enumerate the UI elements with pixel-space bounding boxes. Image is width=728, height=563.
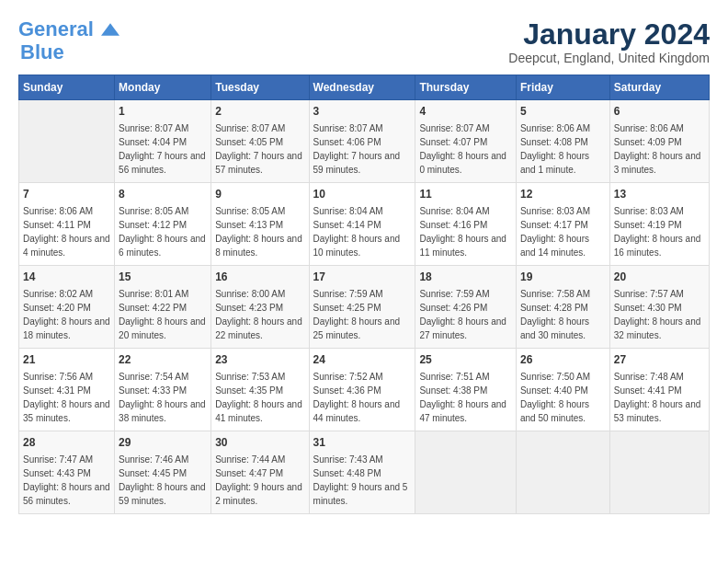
- svg-marker-0: [101, 24, 119, 36]
- calendar-cell: 31 Sunrise: 7:43 AM Sunset: 4:48 PM Dayl…: [309, 431, 415, 514]
- calendar-cell: 1 Sunrise: 8:07 AM Sunset: 4:04 PM Dayli…: [115, 100, 211, 183]
- calendar-cell: 13 Sunrise: 8:03 AM Sunset: 4:19 PM Dayl…: [609, 183, 709, 266]
- calendar-cell: 5 Sunrise: 8:06 AM Sunset: 4:08 PM Dayli…: [516, 100, 609, 183]
- day-info: Sunrise: 8:07 AM Sunset: 4:04 PM Dayligh…: [119, 121, 207, 177]
- day-number: 7: [23, 187, 110, 202]
- weekday-header-monday: Monday: [115, 75, 211, 100]
- calendar-cell: 3 Sunrise: 8:07 AM Sunset: 4:06 PM Dayli…: [309, 100, 415, 183]
- calendar-cell: 9 Sunrise: 8:05 AM Sunset: 4:13 PM Dayli…: [211, 183, 309, 266]
- day-info: Sunrise: 8:06 AM Sunset: 4:11 PM Dayligh…: [23, 204, 110, 259]
- day-number: 13: [614, 187, 705, 202]
- title-section: January 2024 Deepcut, England, United Ki…: [508, 18, 710, 65]
- weekday-header-tuesday: Tuesday: [211, 75, 309, 100]
- logo-blue: Blue: [20, 40, 64, 63]
- calendar-cell: 17 Sunrise: 7:59 AM Sunset: 4:25 PM Dayl…: [309, 266, 415, 349]
- day-info: Sunrise: 7:44 AM Sunset: 4:47 PM Dayligh…: [215, 453, 304, 508]
- day-number: 18: [419, 270, 512, 285]
- calendar-cell: 26 Sunrise: 7:50 AM Sunset: 4:40 PM Dayl…: [516, 349, 609, 431]
- day-info: Sunrise: 8:04 AM Sunset: 4:14 PM Dayligh…: [313, 204, 412, 259]
- day-number: 16: [215, 270, 304, 285]
- day-info: Sunrise: 8:06 AM Sunset: 4:09 PM Dayligh…: [614, 121, 705, 177]
- day-info: Sunrise: 8:00 AM Sunset: 4:23 PM Dayligh…: [215, 287, 304, 342]
- page-header: General Blue January 2024 Deepcut, Engla…: [18, 18, 710, 65]
- day-info: Sunrise: 7:54 AM Sunset: 4:33 PM Dayligh…: [119, 370, 207, 425]
- calendar-cell: 27 Sunrise: 7:48 AM Sunset: 4:41 PM Dayl…: [609, 349, 709, 431]
- weekday-header-wednesday: Wednesday: [309, 75, 415, 100]
- calendar-cell: 18 Sunrise: 7:59 AM Sunset: 4:26 PM Dayl…: [415, 266, 517, 349]
- calendar-cell: 16 Sunrise: 8:00 AM Sunset: 4:23 PM Dayl…: [211, 266, 309, 349]
- weekday-header-sunday: Sunday: [19, 75, 115, 100]
- day-number: 12: [520, 187, 606, 202]
- calendar-cell: 25 Sunrise: 7:51 AM Sunset: 4:38 PM Dayl…: [415, 349, 517, 431]
- day-number: 27: [614, 352, 705, 368]
- calendar-cell: 2 Sunrise: 8:07 AM Sunset: 4:05 PM Dayli…: [211, 100, 309, 183]
- calendar-cell: 24 Sunrise: 7:52 AM Sunset: 4:36 PM Dayl…: [309, 349, 415, 431]
- day-number: 20: [614, 270, 705, 285]
- day-number: 6: [614, 104, 705, 120]
- calendar-cell: 15 Sunrise: 8:01 AM Sunset: 4:22 PM Dayl…: [115, 266, 211, 349]
- day-number: 31: [313, 435, 412, 451]
- calendar-cell: [415, 431, 517, 514]
- day-number: 9: [215, 187, 304, 202]
- month-title: January 2024: [508, 18, 710, 51]
- weekday-header-saturday: Saturday: [609, 75, 709, 100]
- logo: General Blue: [18, 18, 119, 64]
- day-info: Sunrise: 8:05 AM Sunset: 4:12 PM Dayligh…: [119, 204, 207, 259]
- day-info: Sunrise: 7:48 AM Sunset: 4:41 PM Dayligh…: [614, 370, 705, 425]
- day-info: Sunrise: 7:56 AM Sunset: 4:31 PM Dayligh…: [23, 370, 110, 425]
- day-info: Sunrise: 8:07 AM Sunset: 4:05 PM Dayligh…: [215, 121, 304, 177]
- day-info: Sunrise: 8:07 AM Sunset: 4:07 PM Dayligh…: [419, 121, 512, 177]
- day-info: Sunrise: 8:04 AM Sunset: 4:16 PM Dayligh…: [419, 204, 512, 259]
- calendar-cell: 21 Sunrise: 7:56 AM Sunset: 4:31 PM Dayl…: [19, 349, 115, 431]
- day-info: Sunrise: 7:51 AM Sunset: 4:38 PM Dayligh…: [419, 370, 512, 425]
- calendar-cell: [516, 431, 609, 514]
- day-info: Sunrise: 7:53 AM Sunset: 4:35 PM Dayligh…: [215, 370, 304, 425]
- day-info: Sunrise: 8:02 AM Sunset: 4:20 PM Dayligh…: [23, 287, 110, 342]
- day-number: 22: [119, 352, 207, 368]
- calendar-cell: 6 Sunrise: 8:06 AM Sunset: 4:09 PM Dayli…: [609, 100, 709, 183]
- location: Deepcut, England, United Kingdom: [508, 51, 710, 65]
- day-number: 5: [520, 104, 606, 120]
- calendar-cell: 11 Sunrise: 8:04 AM Sunset: 4:16 PM Dayl…: [415, 183, 517, 266]
- day-number: 24: [313, 352, 412, 368]
- day-info: Sunrise: 7:43 AM Sunset: 4:48 PM Dayligh…: [313, 453, 412, 508]
- day-info: Sunrise: 8:03 AM Sunset: 4:19 PM Dayligh…: [614, 204, 705, 259]
- day-number: 4: [419, 104, 512, 120]
- day-number: 28: [23, 435, 110, 451]
- day-number: 15: [119, 270, 207, 285]
- day-info: Sunrise: 7:46 AM Sunset: 4:45 PM Dayligh…: [119, 453, 207, 508]
- day-number: 11: [419, 187, 512, 202]
- day-number: 14: [23, 270, 110, 285]
- day-info: Sunrise: 8:06 AM Sunset: 4:08 PM Dayligh…: [520, 121, 606, 177]
- day-info: Sunrise: 7:57 AM Sunset: 4:30 PM Dayligh…: [614, 287, 705, 342]
- calendar-cell: 29 Sunrise: 7:46 AM Sunset: 4:45 PM Dayl…: [115, 431, 211, 514]
- day-number: 2: [215, 104, 304, 120]
- day-info: Sunrise: 7:59 AM Sunset: 4:25 PM Dayligh…: [313, 287, 412, 342]
- day-info: Sunrise: 7:52 AM Sunset: 4:36 PM Dayligh…: [313, 370, 412, 425]
- day-number: 21: [23, 352, 110, 368]
- day-number: 3: [313, 104, 412, 120]
- day-number: 1: [119, 104, 207, 120]
- calendar-cell: 14 Sunrise: 8:02 AM Sunset: 4:20 PM Dayl…: [19, 266, 115, 349]
- calendar-cell: 22 Sunrise: 7:54 AM Sunset: 4:33 PM Dayl…: [115, 349, 211, 431]
- calendar-cell: 12 Sunrise: 8:03 AM Sunset: 4:17 PM Dayl…: [516, 183, 609, 266]
- weekday-header-friday: Friday: [516, 75, 609, 100]
- day-info: Sunrise: 7:59 AM Sunset: 4:26 PM Dayligh…: [419, 287, 512, 342]
- day-number: 25: [419, 352, 512, 368]
- day-number: 10: [313, 187, 412, 202]
- calendar-cell: [19, 100, 115, 183]
- calendar-cell: 10 Sunrise: 8:04 AM Sunset: 4:14 PM Dayl…: [309, 183, 415, 266]
- calendar-header: SundayMondayTuesdayWednesdayThursdayFrid…: [19, 75, 710, 100]
- day-number: 29: [119, 435, 207, 451]
- calendar-cell: 30 Sunrise: 7:44 AM Sunset: 4:47 PM Dayl…: [211, 431, 309, 514]
- logo-text: General: [18, 18, 119, 40]
- calendar-cell: 7 Sunrise: 8:06 AM Sunset: 4:11 PM Dayli…: [19, 183, 115, 266]
- day-number: 30: [215, 435, 304, 451]
- day-number: 17: [313, 270, 412, 285]
- day-number: 19: [520, 270, 606, 285]
- day-info: Sunrise: 8:05 AM Sunset: 4:13 PM Dayligh…: [215, 204, 304, 259]
- day-info: Sunrise: 7:50 AM Sunset: 4:40 PM Dayligh…: [520, 370, 606, 425]
- calendar-cell: [609, 431, 709, 514]
- day-info: Sunrise: 8:03 AM Sunset: 4:17 PM Dayligh…: [520, 204, 606, 259]
- calendar-cell: 8 Sunrise: 8:05 AM Sunset: 4:12 PM Dayli…: [115, 183, 211, 266]
